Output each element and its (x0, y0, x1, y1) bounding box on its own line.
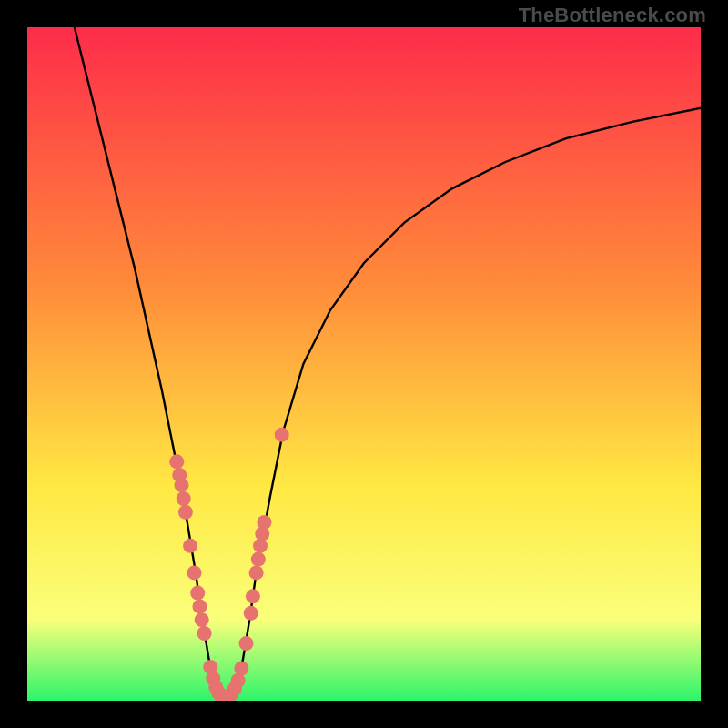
data-point (246, 589, 260, 603)
data-point (251, 552, 266, 567)
chart-svg (27, 27, 701, 701)
watermark-text: TheBottleneck.com (519, 4, 706, 27)
data-point (239, 636, 254, 651)
data-point (192, 599, 207, 613)
chart-frame: TheBottleneck.com (0, 0, 728, 728)
data-point (177, 491, 191, 506)
data-point (197, 626, 212, 641)
data-point (169, 454, 184, 469)
data-point (257, 515, 271, 530)
data-point (187, 565, 202, 580)
data-point (249, 565, 264, 580)
data-point (178, 505, 193, 520)
data-point (183, 539, 197, 553)
data-point (253, 539, 268, 553)
data-point (244, 606, 258, 621)
gradient-bg (27, 27, 701, 701)
plot-area (27, 27, 701, 701)
data-point (234, 661, 248, 675)
data-point (174, 478, 188, 492)
data-point (190, 586, 205, 601)
data-point (275, 428, 289, 442)
data-point (195, 612, 209, 627)
